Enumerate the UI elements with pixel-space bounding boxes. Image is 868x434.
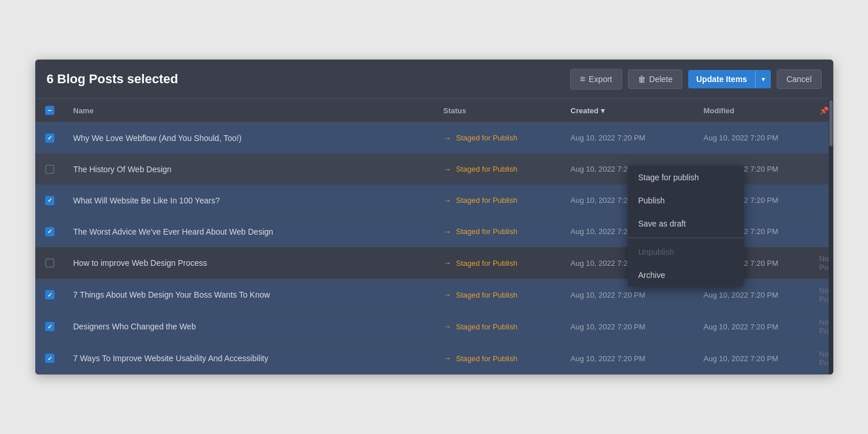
row-checkbox[interactable] <box>45 227 54 236</box>
cancel-button[interactable]: Cancel <box>777 69 822 89</box>
status-text: Staged for Publish <box>456 227 518 236</box>
status-arrow-icon: → <box>444 227 452 236</box>
update-items-button[interactable]: Update Items ▾ <box>688 70 771 88</box>
row-name: How to improve Web Design Process <box>64 247 434 279</box>
row-status: →Staged for Publish <box>434 216 562 247</box>
header-created[interactable]: Created ▾ <box>562 99 695 122</box>
row-name: What Will Website Be Like In 100 Years? <box>64 185 434 216</box>
row-created: Aug 10, 2022 7:20 PM <box>562 343 695 374</box>
header-actions: ≡ Export 🗑 Delete Update Items ▾ Cancel <box>570 69 822 90</box>
row-checkbox[interactable] <box>45 290 54 299</box>
row-checkbox[interactable] <box>45 322 54 331</box>
header-status: Status <box>434 99 562 122</box>
row-checkbox-cell[interactable] <box>35 154 64 184</box>
row-checkbox[interactable] <box>45 196 54 205</box>
row-name: The History Of Web Design <box>64 154 434 184</box>
table-header: Name Status Created ▾ Modified 📌 <box>35 99 833 123</box>
update-items-dropdown-menu: Stage for publishPublishSave as draftUnp… <box>628 166 744 287</box>
main-container: 6 Blog Posts selected ≡ Export 🗑 Delete … <box>35 60 833 374</box>
row-checkbox[interactable] <box>45 133 54 143</box>
page-title: 6 Blog Posts selected <box>47 72 178 87</box>
row-modified: Aug 10, 2022 7:20 PM <box>695 343 810 374</box>
row-checkbox[interactable] <box>45 258 54 268</box>
status-arrow-icon: → <box>444 322 452 331</box>
table-row: Why We Love Webflow (And You Should, Too… <box>35 123 833 154</box>
status-arrow-icon: → <box>444 354 452 363</box>
export-icon: ≡ <box>580 74 585 84</box>
row-name: Designers Who Changed the Web <box>64 311 434 342</box>
row-checkbox-cell[interactable] <box>35 123 64 153</box>
delete-icon: 🗑 <box>638 75 646 84</box>
row-checkbox-cell[interactable] <box>35 185 64 216</box>
row-status: →Staged for Publish <box>434 154 562 184</box>
status-arrow-icon: → <box>444 165 452 174</box>
status-text: Staged for Publish <box>456 133 518 142</box>
row-status: →Staged for Publish <box>434 343 562 374</box>
table-row: Designers Who Changed the Web→Staged for… <box>35 311 833 343</box>
dropdown-item-publish[interactable]: Publish <box>628 189 744 212</box>
row-status: →Staged for Publish <box>434 311 562 342</box>
row-checkbox-cell[interactable] <box>35 247 64 279</box>
update-items-dropdown-arrow[interactable]: ▾ <box>755 71 771 88</box>
sort-icon: ▾ <box>601 106 605 115</box>
dropdown-item-unpublish: Unpublish <box>628 240 744 264</box>
delete-label: Delete <box>649 75 673 84</box>
status-text: Staged for Publish <box>456 259 518 268</box>
row-name: 7 Things About Web Design Your Boss Want… <box>64 279 434 310</box>
delete-button[interactable]: 🗑 Delete <box>628 69 682 89</box>
table-row: 7 Ways To Improve Website Usability And … <box>35 343 833 374</box>
status-arrow-icon: → <box>444 133 452 143</box>
dropdown-item-stage-for-publish[interactable]: Stage for publish <box>628 166 744 189</box>
select-all-checkbox[interactable] <box>45 106 54 115</box>
header-bar: 6 Blog Posts selected ≡ Export 🗑 Delete … <box>35 60 833 99</box>
row-status: →Staged for Publish <box>434 185 562 216</box>
scrollbar[interactable] <box>829 99 833 374</box>
row-checkbox-cell[interactable] <box>35 343 64 374</box>
dropdown-divider <box>628 238 744 238</box>
header-modified: Modified <box>695 99 810 122</box>
row-status: →Staged for Publish <box>434 279 562 310</box>
status-text: Staged for Publish <box>456 354 518 363</box>
status-text: Staged for Publish <box>456 165 518 173</box>
scroll-thumb[interactable] <box>829 100 833 146</box>
status-arrow-icon: → <box>444 196 452 205</box>
status-arrow-icon: → <box>444 290 452 299</box>
row-name: The Worst Advice We've Ever Heard About … <box>64 216 434 247</box>
header-name: Name <box>64 99 434 122</box>
row-checkbox[interactable] <box>45 165 54 174</box>
row-modified: Aug 10, 2022 7:20 PM <box>695 311 810 342</box>
row-checkbox-cell[interactable] <box>35 216 64 247</box>
row-created: Aug 10, 2022 7:20 PM <box>562 123 695 153</box>
cancel-label: Cancel <box>786 75 812 84</box>
dropdown-item-save-as-draft[interactable]: Save as draft <box>628 212 744 235</box>
row-name: Why We Love Webflow (And You Should, Too… <box>64 123 434 153</box>
pin-header-icon: 📌 <box>819 106 829 115</box>
row-created: Aug 10, 2022 7:20 PM <box>562 311 695 342</box>
status-arrow-icon: → <box>444 258 452 268</box>
status-text: Staged for Publish <box>456 196 518 205</box>
export-button[interactable]: ≡ Export <box>570 69 622 90</box>
row-checkbox-cell[interactable] <box>35 279 64 310</box>
row-checkbox[interactable] <box>45 354 54 363</box>
status-text: Staged for Publish <box>456 291 518 299</box>
status-text: Staged for Publish <box>456 322 518 331</box>
row-modified: Aug 10, 2022 7:20 PM <box>695 123 810 153</box>
row-name: 7 Ways To Improve Website Usability And … <box>64 343 434 374</box>
row-checkbox-cell[interactable] <box>35 311 64 342</box>
row-status: →Staged for Publish <box>434 247 562 279</box>
update-items-label[interactable]: Update Items <box>688 70 755 88</box>
row-status: →Staged for Publish <box>434 123 562 153</box>
header-checkbox-cell[interactable] <box>35 99 64 122</box>
export-label: Export <box>589 75 612 84</box>
dropdown-item-archive[interactable]: Archive <box>628 264 744 287</box>
